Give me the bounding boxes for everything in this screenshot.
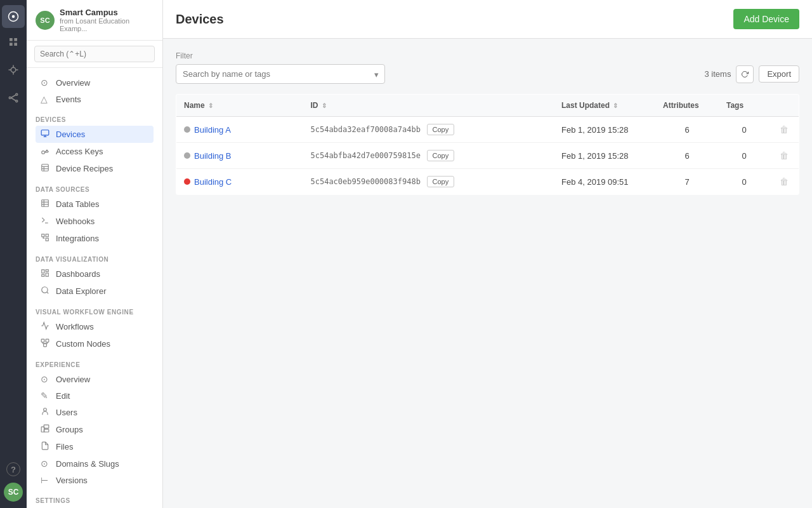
custom-nodes-label: Custom Nodes <box>56 339 110 349</box>
devices-section-title: Devices <box>36 116 154 123</box>
device-id-1: 5c54abfba42d7e000759815e <box>311 151 421 160</box>
iconbar-avatar[interactable]: SC <box>4 483 23 502</box>
data-explorer-label: Data Explorer <box>56 286 106 296</box>
main-content: Filter 3 items Export Name ⇕ <box>163 39 812 508</box>
cell-attributes-1: 6 <box>655 143 719 169</box>
domains-label: Domains & Slugs <box>56 459 119 469</box>
cell-attributes-2: 7 <box>655 169 719 195</box>
sidebar-item-edit[interactable]: ✎ Edit <box>36 387 154 404</box>
status-dot-2 <box>184 178 190 185</box>
svg-rect-24 <box>42 200 49 207</box>
dashboards-label: Dashboards <box>56 269 100 279</box>
sidebar-item-dashboards[interactable]: Dashboards <box>36 265 154 283</box>
iconbar-home[interactable] <box>2 5 25 28</box>
integrations-label: Integrations <box>56 234 99 243</box>
sidebar-item-custom-nodes[interactable]: Custom Nodes <box>36 335 154 352</box>
cell-actions-0: 🗑 <box>769 117 799 143</box>
sidebar-item-domains-slugs[interactable]: ⊙ Domains & Slugs <box>36 455 154 472</box>
status-dot-1 <box>184 152 190 159</box>
workflows-icon <box>41 321 51 332</box>
add-device-button[interactable]: Add Device <box>733 9 799 29</box>
export-button[interactable]: Export <box>759 65 799 83</box>
status-dot-0 <box>184 126 190 133</box>
edit-icon: ✎ <box>41 391 51 401</box>
filter-right: 3 items Export <box>705 65 799 83</box>
svg-rect-39 <box>46 339 49 342</box>
workflow-title: Visual Workflow Engine <box>36 309 154 316</box>
device-name-link-0[interactable]: Building A <box>194 125 231 135</box>
device-name-link-2[interactable]: Building C <box>194 177 232 187</box>
sidebar-item-overview[interactable]: ⊙ Overview <box>36 74 154 91</box>
filter-select-wrap <box>176 64 385 84</box>
svg-rect-31 <box>46 238 48 241</box>
device-id-2: 5c54ac0eb959e000083f948b <box>311 177 421 186</box>
delete-button-0[interactable]: 🗑 <box>777 123 791 136</box>
iconbar-nodes[interactable] <box>2 86 25 109</box>
svg-point-11 <box>9 97 11 99</box>
search-input[interactable] <box>34 46 155 62</box>
delete-button-1[interactable]: 🗑 <box>777 149 791 162</box>
device-name-link-1[interactable]: Building B <box>194 151 232 161</box>
iconbar-help[interactable]: ? <box>6 462 20 476</box>
data-explorer-icon <box>41 286 51 297</box>
copy-id-button-1[interactable]: Copy <box>427 150 455 161</box>
svg-point-1 <box>12 15 15 18</box>
sidebar: SC Smart Campus from Losant Education Ex… <box>27 0 163 508</box>
copy-id-button-2[interactable]: Copy <box>427 176 455 187</box>
cell-actions-2: 🗑 <box>769 169 799 195</box>
sidebar-item-exp-overview[interactable]: ⊙ Overview <box>36 371 154 387</box>
sidebar-item-device-recipes[interactable]: Device Recipes <box>36 160 154 177</box>
sidebar-item-data-tables[interactable]: Data Tables <box>36 196 154 213</box>
svg-rect-40 <box>44 344 47 347</box>
svg-point-13 <box>16 100 18 102</box>
sidebar-item-integrations[interactable]: Integrations <box>36 230 154 247</box>
iconbar-grid[interactable] <box>2 30 25 53</box>
data-tables-label: Data Tables <box>56 199 99 209</box>
svg-line-37 <box>47 292 49 294</box>
filter-label: Filter <box>176 51 799 60</box>
groups-icon <box>41 424 51 435</box>
copy-id-button-0[interactable]: Copy <box>427 124 455 135</box>
refresh-button[interactable] <box>736 65 754 83</box>
sidebar-item-groups[interactable]: Groups <box>36 421 154 438</box>
last-updated-sort-icon: ⇕ <box>613 102 618 109</box>
settings-title: Settings <box>36 497 154 504</box>
filter-input[interactable] <box>176 64 385 84</box>
delete-button-2[interactable]: 🗑 <box>777 175 791 188</box>
files-label: Files <box>56 442 73 451</box>
device-recipes-label: Device Recipes <box>56 164 113 173</box>
sidebar-item-files[interactable]: Files <box>36 438 154 455</box>
sidebar-item-devices[interactable]: Devices <box>36 126 154 143</box>
iconbar-circuit[interactable] <box>2 58 25 81</box>
sidebar-item-events[interactable]: △ Events <box>36 91 154 107</box>
svg-rect-34 <box>46 273 48 276</box>
domains-icon: ⊙ <box>41 458 51 469</box>
svg-rect-3 <box>14 38 17 41</box>
sidebar-item-access-keys[interactable]: Access Keys <box>36 143 154 160</box>
access-keys-icon <box>41 146 51 157</box>
cell-last-updated-1: Feb 1, 2019 15:28 <box>554 143 655 169</box>
id-sort-icon: ⇕ <box>322 102 327 109</box>
devices-icon <box>41 129 51 140</box>
col-header-last-updated: Last Updated ⇕ <box>554 95 655 117</box>
sidebar-item-webhooks[interactable]: Webhooks <box>36 213 154 230</box>
page-title: Devices <box>176 12 224 27</box>
sidebar-item-data-explorer[interactable]: Data Explorer <box>36 283 154 300</box>
dashboards-icon <box>41 269 51 279</box>
cell-id-0: 5c54abda32eaf70008a7a4bb Copy <box>303 117 554 143</box>
sidebar-item-users[interactable]: Users <box>36 404 154 421</box>
app-avatar: SC <box>36 11 55 30</box>
svg-line-14 <box>11 95 16 98</box>
filter-row: 3 items Export <box>176 64 799 84</box>
exp-overview-icon: ⊙ <box>41 374 51 384</box>
sidebar-search-container <box>27 41 162 68</box>
sidebar-item-versions[interactable]: ⊢ Versions <box>36 472 154 488</box>
sidebar-item-workflows[interactable]: Workflows <box>36 318 154 335</box>
svg-point-12 <box>16 93 18 95</box>
cell-tags-0: 0 <box>719 117 769 143</box>
col-header-attributes: Attributes <box>655 95 719 117</box>
device-id-0: 5c54abda32eaf70008a7a4bb <box>311 125 421 134</box>
cell-last-updated-2: Feb 4, 2019 09:51 <box>554 169 655 195</box>
sidebar-header: SC Smart Campus from Losant Education Ex… <box>27 0 162 41</box>
experience-title: Experience <box>36 361 154 368</box>
